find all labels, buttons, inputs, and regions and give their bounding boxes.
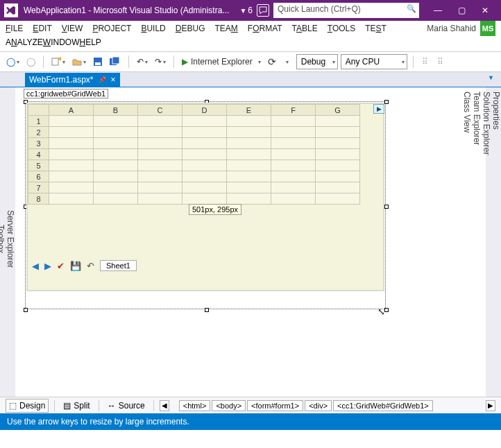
grid-cell[interactable] bbox=[227, 193, 271, 205]
tab-overflow[interactable]: ▼ bbox=[488, 74, 494, 81]
user-avatar[interactable]: MS bbox=[480, 21, 495, 36]
config-combo[interactable]: Debug bbox=[296, 54, 338, 69]
start-options[interactable]: ▾ bbox=[281, 54, 294, 69]
resize-handle-bm[interactable] bbox=[205, 308, 209, 312]
menu-table[interactable]: TABLE bbox=[292, 24, 318, 33]
grid-cell[interactable] bbox=[94, 171, 138, 182]
split-mode-button[interactable]: ▤Split bbox=[60, 399, 92, 412]
menu-build[interactable]: BUILD bbox=[141, 24, 165, 33]
submit-icon[interactable]: ✔ bbox=[57, 261, 65, 271]
grid-cell[interactable] bbox=[49, 171, 94, 182]
resize-handle-mr[interactable] bbox=[384, 205, 389, 209]
pin-icon[interactable]: 📌 bbox=[99, 76, 106, 83]
row-header[interactable]: 4 bbox=[28, 149, 49, 160]
grid-cell[interactable] bbox=[94, 149, 138, 160]
grid-cell[interactable] bbox=[316, 160, 360, 171]
row-header[interactable]: 5 bbox=[28, 160, 49, 171]
grid-cell[interactable] bbox=[271, 116, 316, 127]
grid-cell[interactable] bbox=[182, 182, 227, 193]
menu-analyze[interactable]: ANALYZE bbox=[6, 37, 43, 47]
tag-crumb[interactable]: <form#form1> bbox=[247, 400, 303, 411]
grid-corner[interactable] bbox=[28, 105, 49, 116]
grid-cell[interactable] bbox=[49, 149, 94, 160]
grid-cell[interactable] bbox=[94, 138, 138, 149]
grid-cell[interactable] bbox=[138, 127, 182, 138]
col-header[interactable]: A bbox=[49, 105, 94, 116]
new-item-button[interactable]: ✶ bbox=[49, 54, 67, 69]
grid-cell[interactable] bbox=[94, 182, 138, 193]
minimize-button[interactable]: — bbox=[426, 1, 450, 19]
toolbox-tab[interactable]: Toolbox bbox=[0, 92, 6, 387]
grid-cell[interactable] bbox=[271, 127, 316, 138]
grid-cell[interactable] bbox=[138, 116, 182, 127]
menu-team[interactable]: TEAM bbox=[214, 24, 237, 33]
redo-button[interactable]: ↷ bbox=[153, 54, 168, 69]
row-header[interactable]: 6 bbox=[28, 171, 49, 182]
refresh-button[interactable]: ⟳ bbox=[266, 54, 278, 69]
resize-handle-tr[interactable] bbox=[384, 100, 389, 104]
save-sheet-icon[interactable]: 💾 bbox=[70, 261, 81, 271]
team-explorer-tab[interactable]: Team Explorer bbox=[472, 92, 482, 387]
resize-handle-bl[interactable] bbox=[24, 308, 28, 312]
tagpath-right[interactable]: ▶ bbox=[486, 400, 495, 411]
menu-debug[interactable]: DEBUG bbox=[176, 24, 205, 33]
menu-window[interactable]: WINDOW bbox=[43, 37, 80, 47]
grid-cell[interactable] bbox=[138, 149, 182, 160]
grid-cell[interactable] bbox=[94, 160, 138, 171]
grid-cell[interactable] bbox=[271, 193, 316, 205]
feedback-icon[interactable] bbox=[257, 4, 269, 17]
menu-project[interactable]: PROJECT bbox=[92, 24, 131, 33]
grid-cell[interactable] bbox=[138, 171, 182, 182]
grid-cell[interactable] bbox=[138, 182, 182, 193]
col-header[interactable]: C bbox=[138, 105, 182, 116]
grid-cell[interactable] bbox=[227, 149, 271, 160]
row-header[interactable]: 1 bbox=[28, 116, 49, 127]
grid-cell[interactable] bbox=[182, 116, 227, 127]
undo-button[interactable]: ↶ bbox=[135, 54, 150, 69]
grid-cell[interactable] bbox=[49, 138, 94, 149]
source-mode-button[interactable]: ↔Source bbox=[105, 399, 148, 412]
grid-cell[interactable] bbox=[138, 160, 182, 171]
grid-cell[interactable] bbox=[316, 127, 360, 138]
menu-format[interactable]: FORMAT bbox=[248, 24, 282, 33]
grid-cell[interactable] bbox=[227, 127, 271, 138]
toolbar-extra-1[interactable]: ⠿ bbox=[419, 54, 432, 69]
platform-combo[interactable]: Any CPU bbox=[341, 54, 407, 69]
toolbar-extra-2[interactable]: ⠿ bbox=[434, 54, 447, 69]
grid-cell[interactable] bbox=[227, 160, 271, 171]
document-tab[interactable]: WebForm1.aspx* 📌 × bbox=[25, 73, 120, 87]
design-mode-button[interactable]: ⬚Design bbox=[6, 399, 49, 413]
forward-button[interactable]: ◯ bbox=[24, 54, 37, 69]
row-header[interactable]: 7 bbox=[28, 182, 49, 193]
grid-cell[interactable] bbox=[182, 171, 227, 182]
properties-tab[interactable]: Properties bbox=[491, 92, 501, 387]
menu-file[interactable]: FILE bbox=[6, 24, 23, 33]
grid-cell[interactable] bbox=[227, 171, 271, 182]
undo-sheet-icon[interactable]: ↶ bbox=[87, 261, 94, 271]
maximize-button[interactable]: ▢ bbox=[450, 1, 473, 19]
grid-cell[interactable] bbox=[271, 182, 316, 193]
gridweb-control[interactable]: ▶ A B C D E F G 1 2 3 4 bbox=[26, 103, 384, 291]
grid-cell[interactable] bbox=[49, 127, 94, 138]
server-explorer-tab[interactable]: Server Explorer bbox=[6, 92, 15, 387]
grid-cell[interactable] bbox=[182, 127, 227, 138]
col-header[interactable]: G bbox=[316, 105, 360, 116]
grid-cell[interactable] bbox=[94, 127, 138, 138]
grid-cell[interactable] bbox=[182, 149, 227, 160]
tab-close-icon[interactable]: × bbox=[110, 75, 115, 85]
grid-cell[interactable] bbox=[271, 171, 316, 182]
grid-cell[interactable] bbox=[271, 160, 316, 171]
row-header[interactable]: 2 bbox=[28, 127, 49, 138]
sheet-tab[interactable]: Sheet1 bbox=[100, 260, 137, 271]
grid-cell[interactable] bbox=[316, 171, 360, 182]
tag-crumb[interactable]: <div> bbox=[305, 400, 332, 411]
grid-cell[interactable] bbox=[94, 193, 138, 205]
col-header[interactable]: B bbox=[94, 105, 138, 116]
prev-sheet-icon[interactable]: ◀ bbox=[32, 261, 39, 271]
row-header[interactable]: 8 bbox=[28, 193, 49, 205]
grid-cell[interactable] bbox=[138, 138, 182, 149]
grid-cell[interactable] bbox=[182, 160, 227, 171]
design-surface[interactable]: cc1:gridweb#GridWeb1 ▶ A B bbox=[15, 87, 501, 397]
class-view-tab[interactable]: Class View bbox=[462, 92, 472, 387]
quick-launch-input[interactable]: Quick Launch (Ctrl+Q) bbox=[273, 3, 419, 18]
